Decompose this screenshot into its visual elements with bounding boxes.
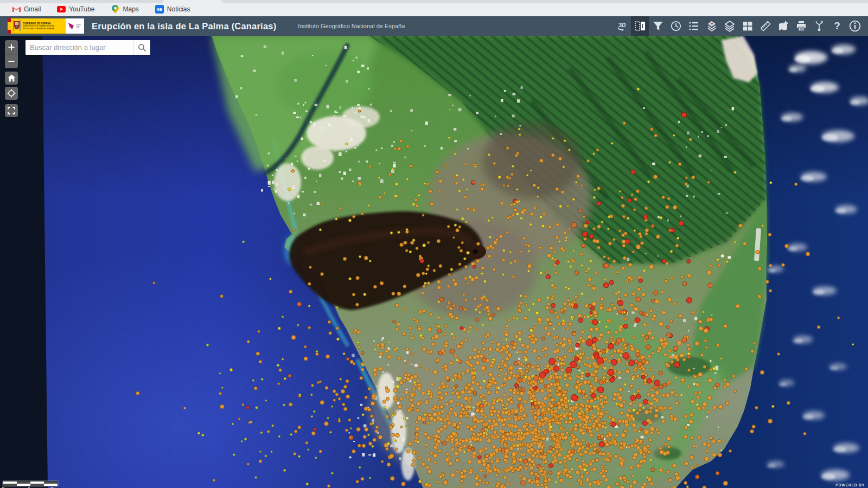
earthquake-dot[interactable] bbox=[427, 470, 432, 474]
earthquake-dot[interactable] bbox=[395, 399, 398, 402]
earthquake-dot[interactable] bbox=[592, 451, 596, 455]
earthquake-dot[interactable] bbox=[553, 336, 556, 339]
earthquake-dot[interactable] bbox=[656, 235, 660, 239]
earthquake-dot[interactable] bbox=[626, 413, 630, 418]
earthquake-dot[interactable] bbox=[298, 455, 301, 458]
earthquake-dot[interactable] bbox=[512, 275, 515, 278]
earthquake-dot[interactable] bbox=[501, 403, 504, 407]
earthquake-dot[interactable] bbox=[781, 264, 784, 267]
earthquake-dot[interactable] bbox=[603, 255, 605, 258]
earthquake-dot[interactable] bbox=[678, 163, 681, 166]
earthquake-dot[interactable] bbox=[542, 466, 545, 469]
earthquake-dot[interactable] bbox=[477, 305, 480, 309]
earthquake-dot[interactable] bbox=[634, 429, 637, 432]
earthquake-dot[interactable] bbox=[571, 442, 575, 445]
earthquake-dot[interactable] bbox=[675, 244, 679, 247]
earthquake-dot[interactable] bbox=[427, 458, 431, 461]
earthquake-dot[interactable] bbox=[526, 174, 528, 176]
earthquake-dot[interactable] bbox=[592, 319, 598, 325]
earthquake-dot[interactable] bbox=[406, 228, 408, 230]
earthquake-dot[interactable] bbox=[666, 326, 669, 329]
earthquake-dot[interactable] bbox=[406, 377, 410, 381]
earthquake-dot[interactable] bbox=[319, 381, 321, 383]
earthquake-dot[interactable] bbox=[560, 362, 563, 365]
earthquake-dot[interactable] bbox=[605, 340, 609, 344]
earthquake-dot[interactable] bbox=[594, 189, 596, 191]
earthquake-dot[interactable] bbox=[703, 365, 706, 369]
earthquake-dot[interactable] bbox=[535, 311, 539, 314]
earthquake-dot[interactable] bbox=[572, 198, 575, 200]
earthquake-dot[interactable] bbox=[663, 383, 667, 387]
earthquake-dot[interactable] bbox=[551, 153, 554, 157]
earthquake-dot[interactable] bbox=[525, 376, 527, 378]
earthquake-dot[interactable] bbox=[490, 460, 494, 463]
earthquake-dot[interactable] bbox=[514, 425, 518, 428]
earthquake-dot[interactable] bbox=[484, 424, 487, 427]
earthquake-dot[interactable] bbox=[330, 431, 332, 433]
earthquake-dot[interactable] bbox=[518, 331, 522, 335]
earthquake-dot[interactable] bbox=[506, 147, 509, 150]
earthquake-dot[interactable] bbox=[667, 436, 671, 441]
earthquake-dot[interactable] bbox=[547, 408, 551, 412]
earthquake-dot[interactable] bbox=[464, 265, 467, 268]
earthquake-dot[interactable] bbox=[624, 293, 628, 297]
earthquake-dot[interactable] bbox=[579, 337, 583, 340]
earthquake-dot[interactable] bbox=[259, 460, 262, 463]
earthquake-dot[interactable] bbox=[530, 381, 533, 383]
earthquake-dot[interactable] bbox=[392, 292, 395, 296]
earthquake-dot[interactable] bbox=[623, 256, 627, 260]
earthquake-dot[interactable] bbox=[638, 232, 641, 235]
earthquake-dot[interactable] bbox=[707, 444, 710, 447]
earthquake-dot[interactable] bbox=[458, 448, 462, 452]
earthquake-dot[interactable] bbox=[502, 259, 505, 261]
earthquake-dot[interactable] bbox=[696, 464, 699, 467]
earthquake-dot[interactable] bbox=[493, 162, 496, 165]
earthquake-dot[interactable] bbox=[641, 293, 645, 297]
earthquake-dot[interactable] bbox=[569, 476, 572, 479]
earthquake-dot[interactable] bbox=[563, 456, 566, 459]
earthquake-dot[interactable] bbox=[438, 450, 442, 453]
earthquake-dot[interactable] bbox=[431, 383, 434, 386]
earthquake-dot[interactable] bbox=[530, 410, 533, 413]
earthquake-dot[interactable] bbox=[556, 356, 558, 358]
earthquake-dot[interactable] bbox=[458, 226, 461, 228]
earthquake-dot[interactable] bbox=[529, 423, 532, 427]
earthquake-dot[interactable] bbox=[485, 436, 488, 439]
earthquake-dot[interactable] bbox=[433, 269, 436, 272]
earthquake-dot[interactable] bbox=[636, 394, 641, 399]
earthquake-dot[interactable] bbox=[289, 290, 292, 293]
earthquake-dot[interactable] bbox=[468, 390, 471, 394]
earthquake-dot[interactable] bbox=[559, 342, 563, 345]
earthquake-dot[interactable] bbox=[539, 455, 543, 459]
earthquake-dot[interactable] bbox=[546, 275, 550, 279]
earthquake-dot[interactable] bbox=[533, 415, 537, 419]
earthquake-dot[interactable] bbox=[509, 446, 514, 451]
earthquake-dot[interactable] bbox=[806, 252, 810, 256]
earthquake-dot[interactable] bbox=[676, 237, 679, 240]
earthquake-dot[interactable] bbox=[540, 469, 543, 472]
earthquake-dot[interactable] bbox=[498, 176, 501, 178]
earthquake-dot[interactable] bbox=[628, 263, 632, 267]
earthquake-dot[interactable] bbox=[634, 307, 638, 311]
earthquake-dot[interactable] bbox=[437, 395, 440, 398]
earthquake-dot[interactable] bbox=[555, 271, 558, 274]
earthquake-dot[interactable] bbox=[645, 228, 649, 232]
earthquake-dot[interactable] bbox=[362, 414, 364, 416]
earthquake-dot[interactable] bbox=[614, 454, 618, 458]
earthquake-dot[interactable] bbox=[379, 196, 382, 199]
earthquake-dot[interactable] bbox=[604, 263, 609, 268]
earthquake-dot[interactable] bbox=[308, 326, 311, 329]
earthquake-dot[interactable] bbox=[698, 373, 703, 377]
earthquake-dot[interactable] bbox=[283, 404, 285, 406]
earthquake-dot[interactable] bbox=[568, 322, 572, 326]
earthquake-dot[interactable] bbox=[435, 335, 439, 339]
earthquake-dot[interactable] bbox=[384, 407, 386, 409]
earthquake-dot[interactable] bbox=[649, 309, 653, 313]
earthquake-dot[interactable] bbox=[717, 344, 720, 347]
earthquake-dot[interactable] bbox=[703, 311, 704, 313]
earthquake-dot[interactable] bbox=[406, 396, 409, 399]
earthquake-dot[interactable] bbox=[369, 260, 371, 262]
earthquake-dot[interactable] bbox=[608, 343, 614, 349]
earthquake-dot[interactable] bbox=[461, 408, 465, 412]
tool-print[interactable] bbox=[792, 16, 810, 36]
